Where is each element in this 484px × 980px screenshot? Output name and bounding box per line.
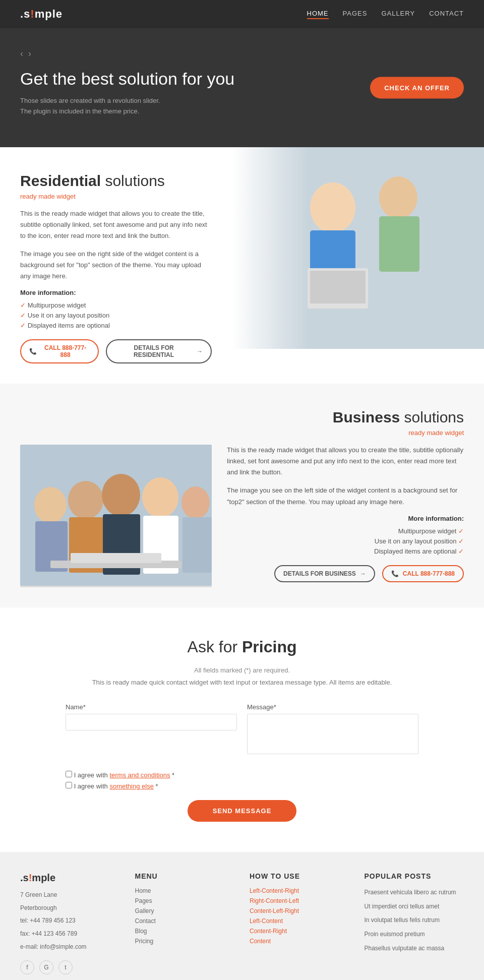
hero-desc-1: Those slides are created with a revoluti… [20, 96, 192, 106]
footer-tel: tel: +44 789 456 123 [20, 915, 120, 927]
svg-rect-7 [232, 147, 484, 349]
business-phone-button[interactable]: 📞 CALL 888-777-888 [382, 565, 464, 582]
checkbox2[interactable] [66, 782, 72, 788]
checkbox1-suffix: * [172, 771, 174, 779]
residential-title-light: solutions [105, 172, 164, 189]
hero-desc-2: The plugin is included in the theme pric… [20, 106, 192, 117]
residential-content: This is the ready made widget that allow… [20, 208, 464, 364]
pricing-title-light: Ask for [188, 638, 242, 656]
pricing-title-bold: Pricing [242, 638, 296, 656]
footer-menu-pages[interactable]: Pages [135, 897, 235, 904]
hero-next[interactable]: › [28, 48, 31, 59]
footer-menu-pricing[interactable]: Pricing [135, 938, 235, 945]
business-title-light: solutions [404, 409, 464, 425]
footer-howto-3[interactable]: Content-Left-Right [250, 907, 349, 914]
business-para2: The image you see on the left side of th… [227, 485, 464, 507]
name-label: Name* [66, 703, 237, 711]
checkbox1[interactable] [66, 771, 72, 777]
checkbox2-label[interactable]: I agree with something else * [66, 782, 418, 790]
footer-howto-2[interactable]: Right-Content-Left [250, 897, 349, 904]
footer-col-popular: Popular posts Praesent vehicula libero a… [365, 872, 464, 974]
footer: .s!mple 7 Green Lane Peterborough tel: +… [0, 852, 484, 980]
pricing-title: Ask for Pricing [20, 638, 464, 656]
footer-social-icons: f G t [20, 960, 120, 974]
footer-logo: .s!mple [20, 872, 120, 884]
checkbox2-suffix: * [156, 782, 158, 790]
phone-icon: 📞 [29, 348, 37, 355]
footer-howto-title: How to use [250, 872, 349, 880]
terms-link[interactable]: terms and conditions [109, 771, 170, 779]
business-image-svg [20, 445, 212, 586]
business-checklist: Multipurpose widget Use it on any layout… [227, 527, 464, 555]
phone-label: CALL 888-777-888 [41, 344, 90, 358]
main-nav: HOME PAGES GALLERY CONTACT [307, 10, 464, 19]
svg-rect-18 [183, 517, 212, 573]
name-field-group: Name* [66, 703, 237, 756]
svg-point-15 [142, 477, 178, 518]
hero-cta-button[interactable]: CHECK AN OFFER [370, 77, 464, 98]
hero-prev[interactable]: ‹ [20, 48, 23, 59]
footer-menu-contact[interactable]: Contact [135, 917, 235, 925]
checkbox1-text: I agree with [74, 771, 110, 779]
header: .s!mple HOME PAGES GALLERY CONTACT [0, 0, 484, 28]
svg-point-13 [102, 474, 140, 516]
nav-home[interactable]: HOME [307, 10, 329, 19]
svg-point-9 [34, 487, 67, 523]
popular-item-5: Phasellus vulputate ac massa [365, 943, 464, 954]
checkbox2-text: I agree with [74, 782, 110, 790]
footer-howto-1[interactable]: Left-Content-Right [250, 887, 349, 894]
business-title-bold: Business [333, 409, 400, 425]
footer-address1: 7 Green Lane [20, 890, 120, 901]
footer-col-menu: Menu Home Pages Gallery Contact Blog Pri… [135, 872, 235, 974]
something-else-link[interactable]: something else [109, 782, 153, 790]
residential-phone-button[interactable]: 📞 CALL 888-777-888 [20, 339, 99, 363]
footer-menu-blog[interactable]: Blog [135, 928, 235, 935]
send-message-button[interactable]: SEND MESSAGE [188, 800, 297, 822]
footer-logo-accent: ! [29, 872, 32, 883]
nav-pages[interactable]: PAGES [343, 10, 368, 19]
popular-item-3: In volutpat tellus felis rutrum [365, 915, 464, 926]
business-more-info: More information: [227, 515, 464, 522]
popular-item-2: Ut imperdiet orci tellus amet [365, 901, 464, 912]
popular-item-4: Proin euismod pretium [365, 929, 464, 940]
footer-howto-5[interactable]: Content-Right [250, 928, 349, 935]
pricing-description: This is ready made quick contact widget … [20, 677, 464, 688]
residential-text: This is the ready made widget that allow… [20, 208, 212, 364]
footer-howto-4[interactable]: Left-Content [250, 917, 349, 925]
hero-section: ‹ › Get the best solution for you Those … [0, 28, 484, 147]
residential-details-button[interactable]: DETAILS FOR RESIDENTIAL → [106, 339, 212, 363]
arrow-icon: → [197, 348, 203, 355]
footer-menu-gallery[interactable]: Gallery [135, 907, 235, 914]
hero-nav: ‹ › [20, 48, 464, 59]
svg-point-17 [182, 486, 210, 519]
residential-btn-group: 📞 CALL 888-777-888 DETAILS FOR RESIDENTI… [20, 339, 212, 363]
residential-more-info: More information: [20, 289, 212, 296]
list-item: Multipurpose widget [20, 301, 212, 309]
pricing-form-fields: Name* Message* [66, 703, 418, 756]
footer-col-about: .s!mple 7 Green Lane Peterborough tel: +… [20, 872, 120, 974]
list-item: Displayed items are optional [227, 547, 464, 555]
google-icon[interactable]: G [39, 960, 53, 974]
footer-col-howto: How to use Left-Content-Right Right-Cont… [250, 872, 349, 974]
footer-howto-6[interactable]: Content [250, 938, 349, 945]
list-item: Use it on any layout position [20, 312, 212, 319]
business-widget-label: ready made widget [20, 429, 464, 437]
list-item: Multipurpose widget [227, 527, 464, 535]
message-label: Message* [247, 703, 418, 711]
list-item: Use it on any layout position [227, 537, 464, 545]
phone-label: CALL 888-777-888 [403, 570, 455, 577]
nav-contact[interactable]: CONTACT [429, 10, 464, 19]
svg-rect-20 [71, 553, 161, 563]
nav-gallery[interactable]: GALLERY [381, 10, 415, 19]
residential-checklist: Multipurpose widget Use it on any layout… [20, 301, 212, 329]
footer-menu-home[interactable]: Home [135, 887, 235, 894]
footer-menu-title: Menu [135, 872, 235, 880]
business-details-button[interactable]: DETAILS FOR BUSINESS → [274, 565, 375, 582]
footer-email: e-mail: info@simple.com [20, 942, 120, 953]
pricing-checkboxes: I agree with terms and conditions * I ag… [66, 771, 418, 790]
message-input[interactable] [247, 714, 418, 754]
twitter-icon[interactable]: t [58, 960, 73, 974]
checkbox1-label[interactable]: I agree with terms and conditions * [66, 771, 418, 779]
facebook-icon[interactable]: f [20, 960, 34, 974]
name-input[interactable] [66, 714, 237, 730]
